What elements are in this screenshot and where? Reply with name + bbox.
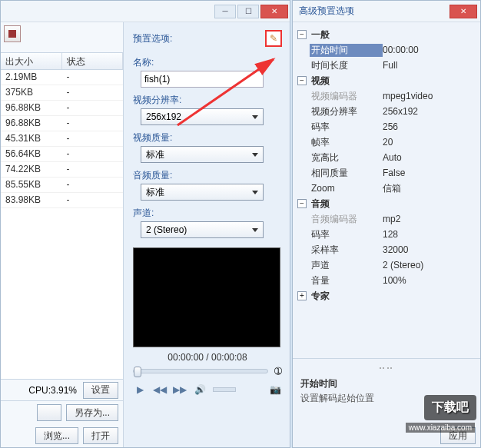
expand-icon[interactable]: + <box>297 291 307 300</box>
save-as-button[interactable]: 另存为... <box>66 404 118 421</box>
table-row[interactable]: 83.98KB- <box>1 193 123 208</box>
edit-preset-button[interactable]: ✎ <box>265 30 282 47</box>
k-vsq[interactable]: 相同质量 <box>310 167 383 180</box>
cat-video[interactable]: 视频 <box>310 75 383 88</box>
snapshot-button[interactable]: 📷 <box>268 383 282 397</box>
chevron-down-icon <box>252 191 258 194</box>
left-panel: 出大小 状态 2.19MB- 375KB- 96.88KB- 96.88KB- … <box>1 22 124 447</box>
k-duration[interactable]: 时间长度 <box>310 59 383 72</box>
res-select[interactable]: 256x192 <box>141 108 264 125</box>
volume-slider[interactable] <box>213 387 236 392</box>
k-abr[interactable]: 码率 <box>310 228 383 241</box>
aq-label: 音频质量: <box>133 169 282 182</box>
k-ach[interactable]: 声道 <box>310 259 383 272</box>
k-venc[interactable]: 视频编码器 <box>310 90 383 103</box>
browse-button[interactable]: 浏览... <box>35 427 78 444</box>
table-row[interactable]: 96.88KB- <box>1 101 123 116</box>
k-aenc[interactable]: 音频编码器 <box>310 213 383 226</box>
collapse-icon[interactable]: − <box>297 76 307 85</box>
ch-select[interactable]: 2 (Stereo) <box>141 221 264 238</box>
desc-title: 开始时间 <box>300 377 473 390</box>
k-var[interactable]: 宽高比 <box>310 151 383 164</box>
k-vbr[interactable]: 码率 <box>310 121 383 134</box>
vq-select[interactable]: 标准 <box>141 146 264 163</box>
seek-thumb[interactable] <box>134 367 141 377</box>
seek-slider[interactable] <box>133 369 268 373</box>
close-button[interactable]: ✕ <box>260 5 288 18</box>
collapse-icon[interactable]: − <box>297 30 307 39</box>
main-titlebar: ─ ☐ ✕ <box>1 1 290 22</box>
name-input[interactable] <box>141 71 264 88</box>
prev-button[interactable]: ◀◀ <box>153 383 167 397</box>
pencil-icon: ✎ <box>270 33 277 44</box>
cat-general[interactable]: 一般 <box>310 28 383 41</box>
preset-title: 预置选项: <box>133 32 172 45</box>
player-controls: ▶ ◀◀ ▶▶ 🔊 📷 <box>133 380 282 400</box>
minimize-button[interactable]: ─ <box>214 5 236 18</box>
clock-icon: ➀ <box>274 366 282 377</box>
table-row[interactable]: 45.31KB- <box>1 131 123 147</box>
grid-body: 2.19MB- 375KB- 96.88KB- 96.88KB- 45.31KB… <box>1 70 123 379</box>
play-button[interactable]: ▶ <box>133 383 147 397</box>
next-button[interactable]: ▶▶ <box>173 383 187 397</box>
advanced-close-button[interactable]: ✕ <box>449 5 477 18</box>
aq-select[interactable]: 标准 <box>141 184 264 201</box>
chevron-down-icon <box>252 153 258 157</box>
preset-panel: 预置选项: ✎ 名称: 视频分辨率: 256x192 视频质量: 标准 音频质量… <box>124 22 290 447</box>
col-size[interactable]: 出大小 <box>1 53 62 69</box>
vq-label: 视频质量: <box>133 131 282 144</box>
table-row[interactable]: 56.64KB- <box>1 147 123 162</box>
k-avol[interactable]: 音量 <box>310 274 383 287</box>
name-label: 名称: <box>133 56 282 69</box>
property-tree: −一般 开始时间00:00:00 时间长度Full −视频 视频编码器mpeg1… <box>293 22 480 305</box>
k-vfr[interactable]: 帧率 <box>310 136 383 149</box>
advanced-title: 高级预置选项 <box>299 5 354 18</box>
timecode: 00:00:00 / 00:00:08 <box>133 352 282 363</box>
k-starttime[interactable]: 开始时间 <box>310 44 383 57</box>
collapse-icon[interactable]: − <box>297 199 307 208</box>
main-window: ─ ☐ ✕ 出大小 状态 2.19MB- 375KB- 96.88KB- 96.… <box>0 0 290 448</box>
speaker-icon[interactable]: 🔊 <box>193 383 207 397</box>
seek-bar-row: ➀ <box>133 363 282 380</box>
resize-grip[interactable]: ‥‥ <box>293 359 480 371</box>
cat-audio[interactable]: 音频 <box>310 197 383 211</box>
settings-button[interactable]: 设置 <box>83 382 118 399</box>
maximize-button[interactable]: ☐ <box>237 5 259 18</box>
stop-button[interactable] <box>4 25 21 42</box>
watermark-url: www.xiazaiba.com <box>406 423 475 433</box>
chevron-down-icon <box>252 115 258 119</box>
col-status[interactable]: 状态 <box>62 53 124 69</box>
k-asr[interactable]: 采样率 <box>310 244 383 257</box>
res-label: 视频分辨率: <box>133 94 282 107</box>
k-zoom[interactable]: Zoom <box>310 183 383 194</box>
stop-icon <box>8 30 16 38</box>
open-button[interactable]: 打开 <box>83 427 118 444</box>
grid-header: 出大小 状态 <box>1 53 123 70</box>
advanced-preset-window: 高级预置选项 ✕ −一般 开始时间00:00:00 时间长度Full −视频 视… <box>292 0 481 448</box>
cat-expert[interactable]: 专家 <box>310 290 383 303</box>
table-row[interactable]: 2.19MB- <box>1 70 123 85</box>
table-row[interactable]: 375KB- <box>1 85 123 101</box>
ch-label: 声道: <box>133 207 282 220</box>
cpu-label: CPU:3.91% <box>28 385 77 396</box>
watermark-brand: 下载吧 <box>424 395 476 420</box>
table-row[interactable]: 74.22KB- <box>1 162 123 178</box>
table-row[interactable]: 96.88KB- <box>1 116 123 131</box>
blank-button-1[interactable] <box>37 404 61 421</box>
chevron-down-icon <box>252 228 258 232</box>
k-vres[interactable]: 视频分辨率 <box>310 105 383 118</box>
video-preview <box>133 247 280 347</box>
table-row[interactable]: 85.55KB- <box>1 178 123 193</box>
